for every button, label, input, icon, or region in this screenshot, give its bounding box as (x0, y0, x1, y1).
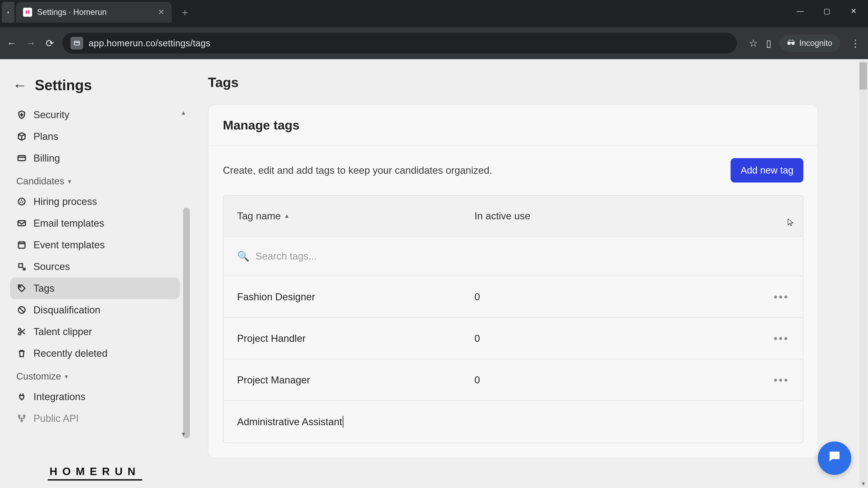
sidebar-item-recently-deleted[interactable]: Recently deleted (10, 343, 180, 364)
site-info-icon[interactable] (70, 37, 83, 50)
browser-titlebar: ▾ H Settings · Homerun ✕ ＋ ― ▢ ✕ (0, 0, 868, 27)
sidebar-item-label: Tags (33, 283, 55, 294)
card-title: Manage tags (209, 105, 818, 145)
window-minimize-button[interactable]: ― (795, 7, 806, 15)
sidebar-item-hiring-process[interactable]: Hiring process (10, 191, 180, 213)
table-row-editing[interactable]: Administrative Assistant (223, 401, 803, 443)
nav-reload-button[interactable]: ⟳ (43, 37, 56, 50)
trash-icon (16, 348, 27, 359)
sidebar-item-integrations[interactable]: Integrations (10, 386, 180, 408)
sort-asc-icon: ▲ (284, 213, 290, 219)
add-new-tag-button[interactable]: Add new tag (731, 158, 803, 183)
sidebar-item-label: Security (33, 109, 69, 121)
tab-title: Settings · Homerun (37, 7, 153, 17)
browser-tab-active[interactable]: H Settings · Homerun ✕ (16, 2, 172, 23)
address-bar[interactable]: app.homerun.co/settings/tags (62, 33, 737, 54)
main-scrollbar-thumb[interactable] (860, 62, 867, 90)
text-caret (343, 416, 343, 428)
window-maximize-button[interactable]: ▢ (822, 7, 832, 15)
tag-name-cell[interactable]: Fashion Designer (237, 291, 474, 302)
svg-rect-1 (18, 156, 26, 161)
browser-menu-button[interactable]: ⋮ (848, 37, 863, 49)
scroll-up-icon[interactable]: ▴ (182, 108, 188, 116)
browser-toolbar: ← → ⟳ app.homerun.co/settings/tags ☆ ▯ 🕶… (0, 27, 868, 59)
caret-down-icon: ▾ (65, 372, 68, 381)
table-search-row: 🔍 (223, 236, 803, 276)
page-title: Tags (208, 70, 850, 105)
sidebar-item-label: Disqualification (33, 304, 100, 316)
sidebar-item-label: Talent clipper (33, 326, 92, 337)
sidebar-scrollbar-thumb[interactable] (183, 208, 190, 438)
svg-point-2 (18, 198, 25, 205)
sidebar-item-email-templates[interactable]: Email templates (10, 213, 180, 234)
sidebar-item-sources[interactable]: Sources (10, 256, 180, 278)
close-icon[interactable]: ✕ (158, 7, 164, 17)
tag-use-cell: 0 (474, 333, 753, 344)
svg-point-10 (18, 415, 20, 417)
sidebar-item-billing[interactable]: Billing (10, 147, 180, 169)
sidebar-header[interactable]: ← Settings (0, 68, 190, 104)
sidebar-item-label: Event templates (33, 239, 105, 251)
cube-icon (16, 131, 27, 142)
row-more-menu[interactable]: ••• (753, 332, 789, 345)
new-tag-name-input[interactable]: Administrative Assistant (237, 416, 789, 428)
new-tab-button[interactable]: ＋ (178, 5, 192, 19)
url-text: app.homerun.co/settings/tags (89, 38, 211, 48)
sidebar-group-candidates[interactable]: Candidates ▾ (10, 169, 180, 191)
no-icon (16, 304, 27, 315)
chat-icon (827, 449, 842, 467)
sidebar-group-customize[interactable]: Customize ▾ (10, 364, 180, 386)
tag-name-cell[interactable]: Project Manager (237, 375, 474, 386)
import-icon (16, 261, 27, 272)
sidebar-item-event-templates[interactable]: Event templates (10, 234, 180, 256)
incognito-indicator[interactable]: 🕶 Incognito (779, 34, 840, 52)
bookmark-star-icon[interactable]: ☆ (749, 37, 758, 49)
sidebar-item-label: Email templates (33, 218, 104, 229)
table-row: Project Handler 0 ••• (223, 318, 803, 359)
main-scrollbar[interactable]: ▴ ▾ (860, 61, 867, 487)
brand-logo[interactable]: HOMERUN (0, 465, 190, 478)
sidebar-item-public-api[interactable]: Public API (10, 408, 180, 429)
svg-point-3 (21, 200, 23, 203)
chevron-down-icon: ▾ (7, 10, 9, 14)
settings-sidebar: ← Settings ▴ Security Plans Billing Cand… (0, 59, 190, 488)
row-more-menu[interactable]: ••• (753, 291, 789, 303)
column-header-tag-name[interactable]: Tag name ▲ (237, 210, 474, 222)
nav-forward-button[interactable]: → (24, 37, 37, 50)
table-header: Tag name ▲ In active use (223, 196, 803, 236)
sidebar-item-talent-clipper[interactable]: Talent clipper (10, 321, 180, 343)
calendar-icon (16, 239, 27, 250)
sidebar-item-tags[interactable]: Tags (10, 278, 180, 299)
window-close-button[interactable]: ✕ (848, 7, 859, 15)
sidebar-item-disqualification[interactable]: Disqualification (10, 299, 180, 321)
sidebar-group-label: Customize (16, 371, 61, 382)
svg-rect-0 (74, 41, 80, 45)
search-tags-input[interactable] (255, 251, 789, 262)
column-header-in-active-use[interactable]: In active use (474, 210, 753, 222)
scissors-icon (16, 326, 27, 337)
row-more-menu[interactable]: ••• (753, 374, 789, 386)
sidebar-item-label: Hiring process (33, 196, 97, 207)
incognito-icon: 🕶 (787, 38, 795, 48)
tag-name-cell[interactable]: Project Handler (237, 333, 474, 344)
sidebar-item-security[interactable]: Security (10, 104, 180, 126)
tag-use-cell: 0 (474, 291, 753, 302)
sidebar-item-plans[interactable]: Plans (10, 126, 180, 147)
panel-icon[interactable]: ▯ (766, 38, 771, 49)
caret-down-icon: ▾ (68, 177, 71, 185)
browser-chrome: ▾ H Settings · Homerun ✕ ＋ ― ▢ ✕ ← → ⟳ a… (0, 0, 868, 59)
incognito-label: Incognito (799, 38, 832, 48)
svg-point-11 (23, 415, 25, 417)
nav-back-button[interactable]: ← (5, 37, 18, 50)
search-icon: 🔍 (237, 250, 250, 262)
scroll-down-icon[interactable]: ▾ (182, 430, 188, 438)
window-controls: ― ▢ ✕ (795, 0, 868, 15)
svg-rect-4 (18, 221, 26, 226)
sidebar-scroll[interactable]: ▴ Security Plans Billing Candidates ▾ Hi… (0, 104, 190, 465)
card-icon (16, 153, 27, 164)
scroll-down-icon[interactable]: ▾ (860, 480, 867, 487)
column-label: In active use (474, 210, 530, 221)
support-chat-button[interactable] (818, 442, 851, 475)
tab-search-dropdown[interactable]: ▾ (2, 2, 14, 23)
new-tag-name-text: Administrative Assistant (237, 416, 342, 427)
